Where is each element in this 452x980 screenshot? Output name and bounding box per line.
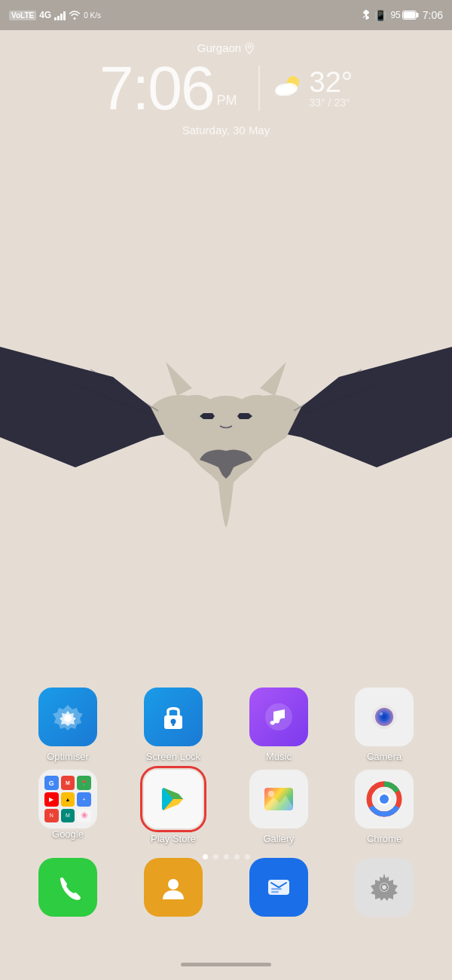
app-item-chrome[interactable]: Chrome	[343, 770, 426, 844]
dock-item-settings[interactable]	[343, 858, 426, 920]
google-label: Google	[52, 828, 84, 840]
clock-widget: Gurgaon 7:06 PM 32°	[0, 41, 452, 136]
status-right: 📳 95 7:06	[362, 9, 443, 22]
svg-point-18	[382, 715, 386, 719]
signal-strength	[54, 10, 66, 20]
dock-item-phone[interactable]	[26, 858, 109, 920]
chrome-icon-bg	[355, 770, 414, 828]
optimiser-icon	[51, 700, 84, 733]
location-name: Gurgaon	[197, 41, 241, 54]
google-gmail: M	[61, 776, 75, 790]
music-icon-bg	[249, 688, 308, 746]
app-item-screenlock[interactable]: Screen Lock	[132, 688, 215, 762]
svg-point-8	[275, 87, 287, 96]
svg-rect-29	[271, 888, 282, 890]
date-display: Saturday, 30 May	[0, 124, 452, 136]
location-row: Gurgaon	[0, 41, 452, 54]
clock-time-display: 7:06	[99, 57, 214, 119]
app-item-music[interactable]: Music	[237, 688, 320, 762]
app-grid: Optimiser Screen Lock Musi	[0, 688, 452, 852]
google-more: +	[77, 792, 91, 806]
weather-block: 32° 33° / 23°	[310, 68, 353, 109]
clock-status: 7:06	[423, 9, 443, 21]
screenlock-icon-bg	[144, 688, 203, 746]
screenlock-icon	[157, 700, 190, 733]
settings-icon-bg	[355, 858, 414, 917]
settings-icon	[368, 871, 401, 904]
vibrate-icon: 📳	[374, 10, 386, 21]
google-youtube: ▶	[44, 792, 59, 806]
app-row-1: Optimiser Screen Lock Musi	[15, 688, 437, 762]
app-item-playstore[interactable]: Play Store	[132, 770, 215, 844]
status-bar: VoLTE 4G 0 K/s 📳 95	[0, 0, 452, 30]
app-item-camera[interactable]: Camera	[343, 688, 426, 762]
status-left: VoLTE 4G 0 K/s	[9, 9, 101, 22]
app-item-optimiser[interactable]: Optimiser	[26, 688, 109, 762]
google-g: G	[44, 776, 59, 790]
data-speed: 0 K/s	[84, 11, 101, 20]
phone-icon-bg	[38, 858, 97, 917]
optimiser-label: Optimiser	[47, 751, 89, 762]
chrome-icon	[365, 780, 403, 818]
screenlock-label: Screen Lock	[146, 751, 200, 762]
app-item-google[interactable]: G M 📍 ▶ ▲ + N M 🌸 Google	[26, 770, 109, 844]
music-icon	[262, 700, 295, 733]
messages-icon	[264, 872, 294, 902]
wifi-icon	[69, 9, 81, 22]
clock-divider	[258, 66, 260, 111]
location-icon	[244, 42, 255, 54]
svg-point-4	[248, 45, 251, 48]
weather-icon	[272, 72, 305, 106]
app-item-gallery[interactable]: Gallery	[237, 770, 320, 844]
playstore-label: Play Store	[151, 833, 196, 844]
google-photos: 🌸	[77, 809, 91, 822]
google-maps: 📍	[77, 776, 91, 790]
svg-rect-12	[173, 723, 175, 726]
temperature: 32°	[310, 68, 353, 96]
gallery-label: Gallery	[263, 833, 294, 844]
svg-rect-30	[271, 891, 279, 893]
chrome-label: Chrome	[367, 833, 402, 844]
time-block: 7:06 PM	[99, 57, 246, 119]
google-folder-icon: G M 📍 ▶ ▲ + N M 🌸	[38, 770, 97, 828]
playstore-icon	[156, 782, 191, 816]
svg-rect-3	[403, 12, 415, 19]
google-news: N	[44, 809, 59, 822]
bluetooth-icon	[362, 9, 371, 22]
svg-point-23	[268, 791, 274, 797]
weather-range: 33° / 23°	[310, 96, 350, 109]
google-drive: ▲	[61, 792, 75, 806]
camera-label: Camera	[367, 751, 402, 762]
dock-item-messages[interactable]	[237, 858, 320, 920]
gallery-icon	[260, 780, 298, 818]
camera-icon-bg	[355, 688, 414, 746]
svg-point-27	[168, 879, 179, 890]
music-label: Music	[266, 751, 292, 762]
gallery-icon-bg	[249, 770, 308, 828]
contacts-icon	[158, 872, 188, 902]
playstore-icon-bg	[144, 770, 203, 828]
home-indicator[interactable]	[181, 963, 271, 966]
svg-rect-2	[416, 13, 418, 17]
dock	[0, 858, 452, 920]
clock-weather-row: 7:06 PM 32° 33° / 23°	[0, 57, 452, 119]
phone-icon	[53, 872, 83, 902]
camera-icon	[368, 700, 401, 733]
messages-icon-bg	[249, 858, 308, 917]
battery-icon: 95	[390, 10, 418, 20]
volte-indicator: VoLTE	[9, 11, 36, 20]
optimiser-icon-bg	[38, 688, 97, 746]
contacts-icon-bg	[144, 858, 203, 917]
clock-ampm: PM	[217, 93, 237, 109]
dock-item-contacts[interactable]	[132, 858, 215, 920]
svg-point-19	[380, 712, 383, 715]
weather-row: 32° 33° / 23°	[272, 68, 353, 109]
svg-point-9	[64, 715, 72, 722]
batman-wallpaper	[0, 286, 452, 543]
google-meet: M	[61, 809, 75, 822]
network-type: 4G	[39, 10, 51, 20]
svg-point-26	[380, 795, 389, 804]
app-row-2: G M 📍 ▶ ▲ + N M 🌸 Google	[15, 770, 437, 844]
